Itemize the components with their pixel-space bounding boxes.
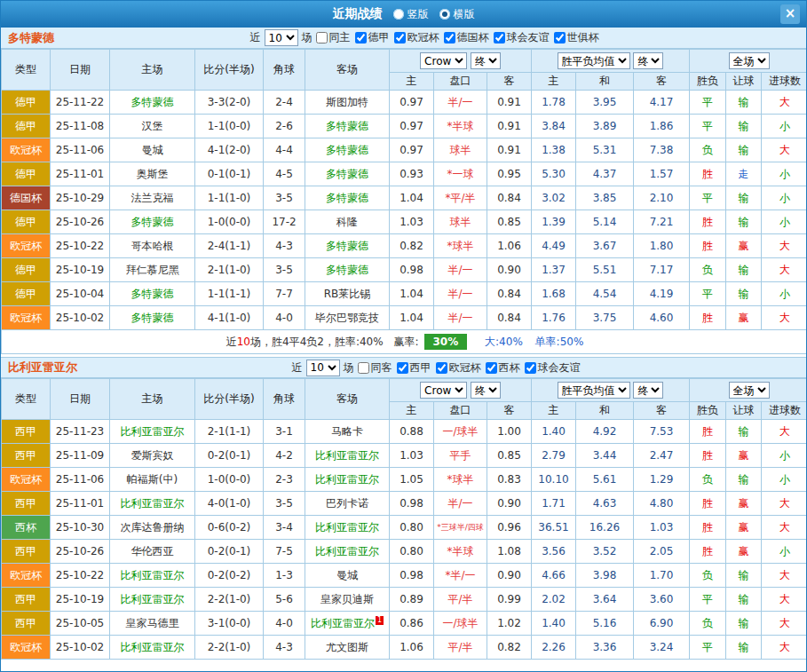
match-date: 25-10-02: [51, 306, 110, 330]
sub-header-away-odds: 客: [487, 402, 532, 420]
checkbox-label: 欧冠杯: [407, 30, 439, 45]
away-team: 巴列卡诺: [305, 492, 390, 516]
avg-home-odds: 1.38: [532, 138, 576, 162]
layout-radio-横版[interactable]: 横版: [439, 7, 475, 22]
avg-draw-odds: 4.37: [576, 162, 634, 186]
wdl-time-select[interactable]: 终: [633, 382, 663, 399]
handicap-time-select[interactable]: 终: [471, 52, 501, 69]
close-icon[interactable]: ×: [780, 4, 800, 24]
handicap-line: *球半: [434, 468, 487, 492]
avg-away-odds: 4.60: [634, 306, 690, 330]
handicap-away-odds: 0.83: [487, 468, 532, 492]
handicap-home-odds: 0.93: [390, 162, 434, 186]
league-badge: 欧冠杯: [2, 636, 51, 660]
filter-checkbox-欧冠杯[interactable]: 欧冠杯: [436, 360, 481, 376]
handicap-line: *半/一: [434, 564, 487, 588]
checkbox-input[interactable]: [554, 32, 566, 43]
filter-checkbox-同主[interactable]: 同主: [316, 30, 351, 45]
handicap-line: 一/球半: [434, 420, 487, 444]
handicap-line: 一/球半: [434, 612, 487, 636]
checkbox-label: 欧冠杯: [449, 360, 481, 376]
handicap-result-label: 输: [726, 612, 762, 636]
checkbox-input[interactable]: [358, 362, 369, 374]
filter-checkbox-世俱杯[interactable]: 世俱杯: [554, 30, 599, 45]
handicap-home-odds: 1.04: [390, 282, 434, 306]
summary-near: 近: [226, 336, 237, 348]
wdl-avg-select[interactable]: 胜平负均值: [558, 382, 630, 399]
handicap-home-odds: 0.98: [390, 492, 434, 516]
league-badge: 欧冠杯: [2, 234, 51, 258]
checkbox-input[interactable]: [355, 32, 367, 43]
handicap-line: *平/半: [434, 186, 487, 210]
avg-home-odds: 2.79: [532, 444, 576, 468]
wdl-avg-select[interactable]: 胜平负均值: [558, 52, 630, 69]
handicap-home-odds: 0.80: [390, 516, 434, 540]
handicap-result-label: 输: [726, 258, 762, 282]
checkbox-input[interactable]: [525, 362, 536, 374]
avg-home-odds: 1.76: [532, 306, 576, 330]
avg-away-odds: 2.05: [634, 540, 690, 564]
handicap-result-label: 输: [726, 564, 762, 588]
handicap-away-odds: 1.06: [487, 234, 532, 258]
checkbox-input[interactable]: [316, 32, 328, 43]
filter-checkbox-德甲[interactable]: 德甲: [355, 30, 390, 45]
wdl-time-select[interactable]: 终: [633, 52, 663, 69]
home-team: 华伦西亚: [110, 540, 195, 564]
handicap-home-odds: 0.97: [390, 91, 434, 115]
filter-checkbox-欧冠杯[interactable]: 欧冠杯: [394, 30, 439, 45]
league-badge: 西甲: [2, 540, 51, 564]
filter-checkbox-球会友谊[interactable]: 球会友谊: [525, 360, 581, 376]
handicap-result-label: 赢: [726, 306, 762, 330]
summary-row: 近10场，胜4平4负2，胜率:40% 赢率:30% 大:40% 单率:50%: [2, 330, 807, 354]
checkbox-input[interactable]: [486, 362, 497, 374]
match-score: 3-3(2-0): [195, 91, 264, 115]
match-score: 4-1(1-0): [195, 306, 264, 330]
filter-checkbox-球会友谊[interactable]: 球会友谊: [494, 30, 550, 45]
scope-select[interactable]: 全场: [729, 52, 770, 69]
avg-home-odds: 1.78: [532, 91, 576, 115]
handicap-time-select[interactable]: 终: [471, 382, 501, 399]
sub-header-handicap: 盘口: [434, 402, 487, 420]
home-team: 汉堡: [110, 115, 195, 138]
match-count-select[interactable]: 10: [306, 360, 340, 376]
filter-checkbox-同客[interactable]: 同客: [358, 360, 392, 376]
goals-label: 大: [762, 234, 807, 258]
bookmaker-select[interactable]: Crow: [420, 52, 467, 69]
filter-checkbox-西杯[interactable]: 西杯: [486, 360, 520, 376]
corner-score: 3-4: [264, 516, 305, 540]
handicap-home-odds: 0.88: [390, 420, 434, 444]
match-row: 欧冠杯25-10-02多特蒙德4-1(1-0)4-0毕尔巴鄂竞技1.04半/一0…: [2, 306, 807, 330]
match-score: 1-0(0-0): [195, 468, 264, 492]
checkbox-input[interactable]: [494, 32, 505, 43]
layout-radio-竖版[interactable]: 竖版: [393, 7, 429, 22]
home-team: 比利亚雷亚尔: [110, 564, 195, 588]
avg-away-odds: 1.86: [634, 115, 690, 138]
league-badge: 德甲: [2, 91, 51, 115]
match-date: 25-10-02: [51, 636, 110, 660]
filter-checkbox-德国杯[interactable]: 德国杯: [444, 30, 489, 45]
checkbox-input[interactable]: [444, 32, 455, 43]
match-count-select[interactable]: 10: [265, 29, 298, 46]
match-score: 0-2(0-1): [195, 540, 264, 564]
scope-select[interactable]: 全场: [729, 382, 770, 399]
bookmaker-select[interactable]: Crow: [420, 382, 467, 399]
checkbox-label: 西甲: [410, 360, 431, 376]
corner-score: 2-4: [264, 91, 305, 115]
result-label: 胜: [690, 492, 726, 516]
match-date: 25-11-23: [51, 420, 110, 444]
match-row: 欧冠杯25-10-02比利亚雷亚尔2-2(1-0)4-3尤文图斯1.06平/半0…: [2, 636, 807, 660]
match-score: 3-1(0-0): [195, 612, 264, 636]
checkbox-input[interactable]: [436, 362, 447, 374]
checkbox-input[interactable]: [397, 362, 408, 374]
filter-checkbox-西甲[interactable]: 西甲: [397, 360, 431, 376]
match-row: 欧冠杯25-11-06帕福斯(中)1-0(0-0)2-3比利亚雷亚尔1.05*球…: [2, 468, 807, 492]
avg-draw-odds: 3.89: [576, 115, 634, 138]
checkbox-input[interactable]: [394, 32, 406, 43]
sub-header-goals: 进球数: [762, 402, 807, 420]
handicap-line: *半球: [434, 540, 487, 564]
match-row: 西甲25-11-09爱斯宾奴0-2(0-1)4-2比利亚雷亚尔1.03平手0.8…: [2, 444, 807, 468]
avg-draw-odds: 16.26: [576, 516, 634, 540]
result-label: 负: [690, 138, 726, 162]
corner-score: 2-6: [264, 115, 305, 138]
match-date: 25-10-05: [51, 612, 110, 636]
